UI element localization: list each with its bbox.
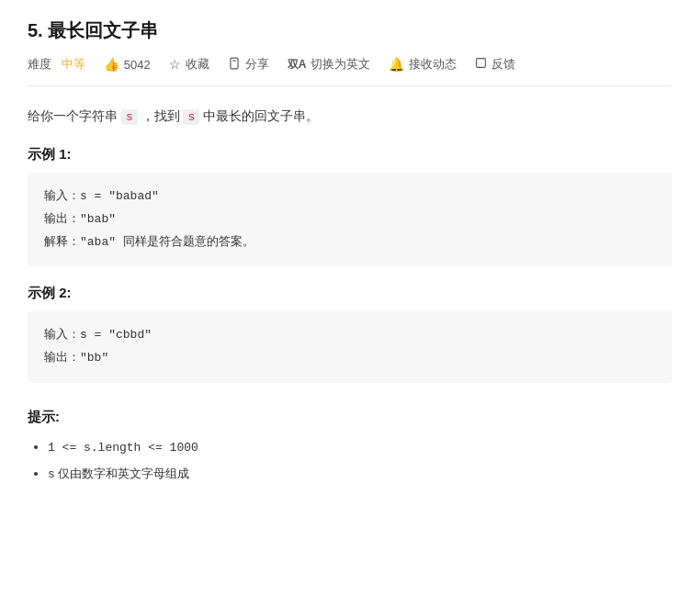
language-icon: 双A [288,57,307,73]
star-icon: ☆ [169,57,181,72]
desc-var-s1: s [121,109,138,125]
feedback-icon [475,57,487,72]
example-1-note-value: "aba" 同样是符合题意的答案。 [80,235,254,249]
svg-rect-0 [231,58,238,69]
meta-bar: 难度 中等 👍 5042 ☆ 收藏 分享 双A 切换为英文 🔔 接收动态 反馈 [28,56,672,86]
example-1-output: 输出："bab" [44,208,656,231]
example-1-output-label: 输出： [44,212,80,226]
thumbs-up-icon: 👍 [104,57,119,72]
likes-button[interactable]: 👍 5042 [104,57,151,72]
example-2-input: 输入：s = "cbbd" [44,324,656,347]
example-1-note-label: 解释： [44,235,80,249]
hint-item-2: s 仅由数字和英文字母组成 [48,462,672,487]
example-1-input: 输入：s = "babad" [44,185,656,208]
example-2-output-value: "bb" [80,351,108,365]
hints-section: 提示: 1 <= s.length <= 1000 s 仅由数字和英文字母组成 [28,409,672,487]
example-1-input-value: s = "babad" [80,189,159,203]
hint-2-text: 仅由数字和英文字母组成 [58,466,189,480]
example-1-note: 解释："aba" 同样是符合题意的答案。 [44,231,656,254]
hints-title: 提示: [28,409,672,426]
example-1-output-value: "bab" [80,212,116,226]
share-icon [228,57,241,73]
example-2-output-label: 输出： [44,351,80,365]
difficulty-label: 难度 [28,57,51,71]
likes-count: 5042 [124,58,151,72]
example-1-input-label: 输入： [44,189,80,203]
notify-label: 接收动态 [409,56,457,73]
switch-label: 切换为英文 [310,56,370,73]
hint-2-var: s [48,467,55,481]
hints-list: 1 <= s.length <= 1000 s 仅由数字和英文字母组成 [28,435,672,487]
collect-button[interactable]: ☆ 收藏 [169,56,209,73]
share-label: 分享 [245,56,269,73]
problem-description: 给你一个字符串 s ，找到 s 中最长的回文子串。 [28,105,672,128]
svg-rect-2 [477,59,486,68]
example-2-output: 输出："bb" [44,347,656,370]
example-1-box: 输入：s = "babad" 输出："bab" 解释："aba" 同样是符合题意… [28,173,672,266]
example-2-input-value: s = "cbbd" [80,328,152,342]
difficulty-value: 中等 [62,57,85,71]
difficulty-container: 难度 中等 [28,56,85,73]
feedback-label: 反馈 [491,56,515,73]
desc-var-s2: s [183,109,199,125]
example-2-input-label: 输入： [44,328,80,342]
example-2-box: 输入：s = "cbbd" 输出："bb" [28,311,672,382]
hint-item-1: 1 <= s.length <= 1000 [48,435,672,460]
switch-language-button[interactable]: 双A 切换为英文 [288,56,371,73]
bell-icon: 🔔 [389,57,404,72]
example-1-title: 示例 1: [28,146,672,163]
feedback-button[interactable]: 反馈 [475,56,515,73]
problem-title: 5. 最长回文子串 [28,18,672,43]
hint-1-code: 1 <= s.length <= 1000 [48,441,198,455]
example-2-title: 示例 2: [28,285,672,302]
notify-button[interactable]: 🔔 接收动态 [389,56,457,73]
collect-label: 收藏 [186,56,209,73]
share-button[interactable]: 分享 [228,56,269,73]
